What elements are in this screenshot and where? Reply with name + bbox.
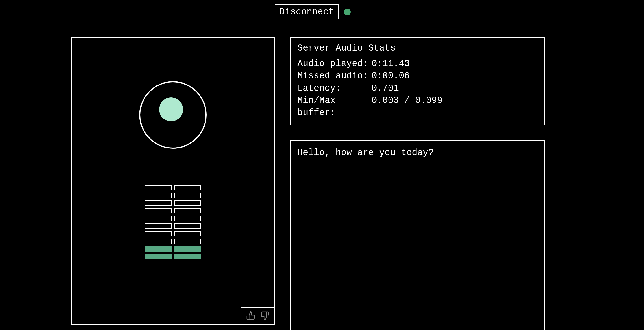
main-container: Server Audio Stats Audio played:0:11.43M… [71,37,545,330]
meter-cell [145,254,172,259]
meter-cell [145,200,172,206]
right-column: Server Audio Stats Audio played:0:11.43M… [290,37,545,330]
meter-column-right [174,185,201,259]
meter-cell [174,216,201,221]
stats-value: 0.003 / 0.099 [372,94,538,119]
thumbs-down-icon[interactable] [260,311,270,321]
stats-row: Missed audio:0:00.06 [297,70,538,82]
stats-label: Min/Max buffer: [297,94,372,119]
audio-visualizer-panel [71,37,275,325]
stats-row: Latency:0.701 [297,82,538,94]
transcript-text: Hello, how are you today? [297,148,538,158]
stats-value: 0:11.43 [372,58,538,70]
meter-cell [145,231,172,236]
meter-cell [174,231,201,236]
stats-row: Min/Max buffer:0.003 / 0.099 [297,94,538,119]
audio-level-meter [145,185,201,259]
meter-cell [174,208,201,213]
meter-cell [145,193,172,198]
header-bar: Disconnect [275,4,351,20]
connection-status-indicator [344,9,351,15]
audio-stats-panel: Server Audio Stats Audio played:0:11.43M… [290,37,545,125]
meter-cell [174,193,201,198]
meter-cell [145,246,172,252]
meter-cell [145,208,172,213]
disconnect-button[interactable]: Disconnect [275,4,339,20]
meter-cell [174,200,201,206]
stats-value: 0.701 [372,82,538,94]
meter-cell [174,254,201,259]
stats-label: Missed audio: [297,70,372,82]
stats-label: Audio played: [297,58,372,70]
meter-cell [145,223,172,229]
stats-title: Server Audio Stats [297,43,538,53]
meter-cell [174,185,201,190]
meter-cell [174,246,201,252]
meter-cell [174,239,201,244]
thumbs-up-icon[interactable] [246,311,256,321]
audio-circle-inner [159,98,183,121]
meter-cell [145,239,172,244]
meter-cell [174,223,201,229]
meter-cell [145,185,172,190]
meter-column-left [145,185,172,259]
transcript-panel: Hello, how are you today? [290,140,545,330]
stats-value: 0:00.06 [372,70,538,82]
meter-cell [145,216,172,221]
stats-label: Latency: [297,82,372,94]
stats-row: Audio played:0:11.43 [297,58,538,70]
feedback-buttons [241,307,275,325]
